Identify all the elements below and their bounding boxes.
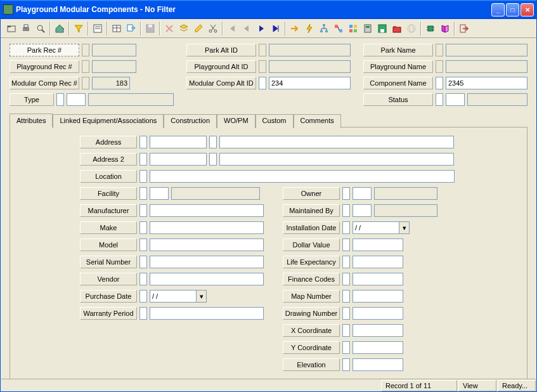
table-icon[interactable] — [110, 22, 124, 36]
tree-icon[interactable] — [317, 22, 331, 36]
park-name-label[interactable]: Park Name — [363, 44, 433, 56]
maintained-label[interactable]: Maintained By — [283, 204, 340, 217]
x-coord-label[interactable]: X Coordinate — [283, 324, 340, 337]
park-alt-label[interactable]: Park Alt ID — [186, 44, 256, 56]
address-field[interactable] — [219, 136, 454, 148]
lock-toggle[interactable] — [82, 44, 89, 56]
lock-toggle[interactable] — [342, 238, 350, 251]
address-label[interactable]: Address — [80, 136, 137, 148]
globe-icon[interactable] — [404, 22, 418, 36]
lock-toggle[interactable] — [209, 153, 217, 166]
save-icon[interactable] — [143, 22, 157, 36]
park-rec-label[interactable]: Park Rec # — [10, 44, 79, 56]
lock-toggle[interactable] — [139, 136, 147, 148]
lock-toggle[interactable] — [259, 77, 266, 89]
x-coord-field[interactable] — [353, 324, 403, 337]
lock-toggle[interactable] — [139, 204, 147, 217]
lock-toggle[interactable] — [139, 290, 147, 303]
tab-comments[interactable]: Comments — [294, 114, 341, 128]
y-coord-field[interactable] — [353, 341, 403, 354]
chip-icon[interactable] — [424, 22, 437, 36]
lock-toggle[interactable] — [342, 290, 350, 303]
pg-name-label[interactable]: Playground Name — [363, 60, 433, 73]
map-label[interactable]: Map Number — [283, 290, 340, 303]
book-icon[interactable] — [438, 22, 452, 36]
vendor-label[interactable]: Vendor — [80, 273, 137, 285]
mc-rec-label[interactable]: Modular Comp Rec # — [10, 77, 79, 89]
disk-icon[interactable] — [375, 22, 389, 36]
grid-icon[interactable] — [346, 22, 360, 36]
exit-icon[interactable] — [457, 22, 471, 36]
last-icon[interactable] — [269, 22, 283, 36]
warranty-label[interactable]: Warranty Period — [80, 307, 137, 320]
lock-toggle[interactable] — [342, 204, 350, 217]
lock-toggle[interactable] — [56, 93, 64, 106]
life-label[interactable]: Life Expectancy — [283, 256, 340, 268]
lock-toggle[interactable] — [139, 153, 147, 166]
lock-toggle[interactable] — [139, 256, 147, 268]
life-field[interactable] — [353, 256, 403, 268]
y-coord-label[interactable]: Y Coordinate — [283, 341, 340, 354]
address2-num-field[interactable] — [150, 153, 207, 166]
model-label[interactable]: Model — [80, 238, 137, 251]
lock-toggle[interactable] — [209, 136, 217, 148]
map-field[interactable] — [353, 290, 403, 303]
vendor-field[interactable] — [150, 273, 264, 285]
dollar-label[interactable]: Dollar Value — [283, 238, 340, 251]
facility-code-field[interactable] — [150, 187, 169, 200]
lock-toggle[interactable] — [139, 238, 147, 251]
type-code-field[interactable] — [67, 93, 86, 106]
lock-toggle[interactable] — [259, 60, 266, 73]
folder-icon[interactable] — [390, 22, 404, 36]
address2-label[interactable]: Address 2 — [80, 153, 137, 166]
lock-toggle[interactable] — [139, 221, 147, 234]
purchase-date-field[interactable]: / /▾ — [150, 290, 207, 303]
lock-toggle[interactable] — [436, 60, 443, 73]
tab-construction[interactable]: Construction — [164, 114, 217, 128]
lock-toggle[interactable] — [139, 187, 147, 200]
comp-name-label[interactable]: Component Name — [363, 77, 433, 89]
preview-icon[interactable] — [34, 22, 48, 36]
lock-toggle[interactable] — [436, 93, 443, 106]
next-icon[interactable] — [254, 22, 268, 36]
warranty-field[interactable] — [150, 307, 264, 320]
address-num-field[interactable] — [150, 136, 207, 148]
model-field[interactable] — [150, 238, 264, 251]
filter-icon[interactable] — [72, 22, 86, 36]
layers-icon[interactable] — [177, 22, 191, 36]
drawing-label[interactable]: Drawing Number — [283, 307, 340, 320]
home-icon[interactable] — [53, 22, 67, 36]
address2-field[interactable] — [219, 153, 454, 166]
type-label[interactable]: Type — [10, 93, 54, 106]
lock-toggle[interactable] — [342, 256, 350, 268]
make-field[interactable] — [150, 221, 264, 234]
maintained-code-field[interactable] — [353, 204, 372, 217]
make-label[interactable]: Make — [80, 221, 137, 234]
pg-alt-label[interactable]: Playground Alt ID — [186, 60, 256, 73]
location-label[interactable]: Location — [80, 170, 137, 183]
owner-code-field[interactable] — [353, 187, 372, 200]
maximize-button[interactable]: □ — [506, 3, 519, 16]
goto-icon[interactable] — [288, 22, 302, 36]
lock-toggle[interactable] — [139, 307, 147, 320]
status-label[interactable]: Status — [363, 93, 433, 106]
close-button[interactable]: ✕ — [521, 3, 534, 16]
comp-name-field[interactable]: 2345 — [446, 77, 527, 89]
facility-label[interactable]: Facility — [80, 187, 137, 200]
lock-toggle[interactable] — [342, 187, 350, 200]
pg-rec-label[interactable]: Playground Rec # — [10, 60, 79, 73]
location-field[interactable] — [150, 170, 455, 183]
tab-wopm[interactable]: WO/PM — [217, 114, 256, 128]
chevron-down-icon[interactable]: ▾ — [399, 222, 409, 233]
lock-toggle[interactable] — [342, 221, 350, 234]
lock-toggle[interactable] — [342, 324, 350, 337]
dollar-field[interactable] — [353, 238, 403, 251]
tab-custom[interactable]: Custom — [256, 114, 294, 128]
print-icon[interactable] — [19, 22, 33, 36]
lock-toggle[interactable] — [342, 358, 350, 371]
manufacturer-field[interactable] — [150, 204, 264, 217]
serial-label[interactable]: Serial Number — [80, 256, 137, 268]
chevron-down-icon[interactable]: ▾ — [196, 291, 206, 302]
prev-icon[interactable] — [240, 22, 254, 36]
install-date-label[interactable]: Installation Date — [283, 221, 340, 234]
